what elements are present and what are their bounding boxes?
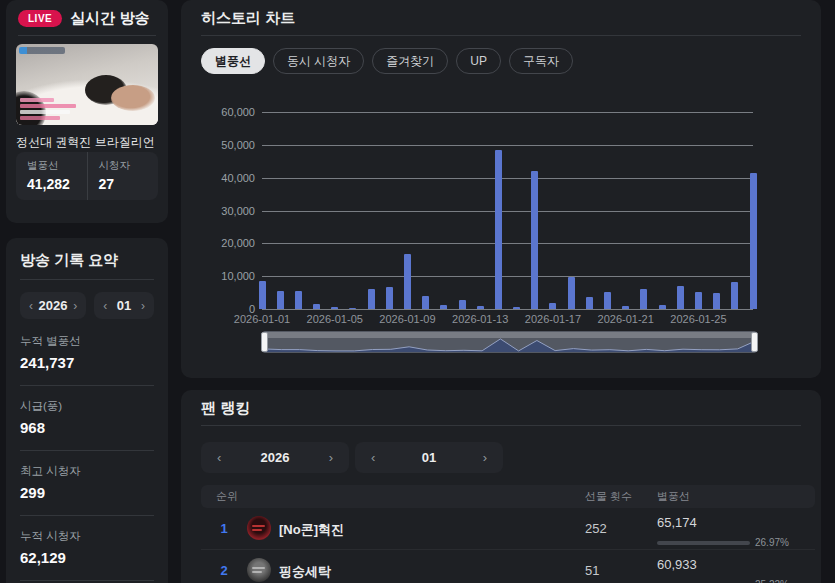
live-stat-viewers: 시청자 27 xyxy=(87,152,159,200)
fan-name: [No콘]혁진 xyxy=(279,521,344,539)
y-axis-label: 30,000 xyxy=(181,205,255,217)
gridline xyxy=(262,145,753,146)
gift-count: 252 xyxy=(585,521,607,536)
column-header-balloons: 별풍선 xyxy=(657,489,690,504)
year-value: 2026 xyxy=(261,450,290,465)
chart-bar[interactable] xyxy=(713,293,720,309)
gift-count: 51 xyxy=(585,563,599,578)
chart-bar[interactable] xyxy=(368,289,375,309)
chevron-right-icon[interactable]: › xyxy=(141,299,145,313)
chevron-left-icon[interactable]: ‹ xyxy=(371,450,375,465)
chart-bar[interactable] xyxy=(440,305,447,309)
ranking-year-selector: ‹ 2026 › xyxy=(201,442,349,473)
rank-number: 2 xyxy=(213,563,235,578)
chart-bar[interactable] xyxy=(568,277,575,309)
progress-track xyxy=(657,541,750,545)
y-axis-label: 60,000 xyxy=(181,106,255,118)
chart-bar[interactable] xyxy=(659,305,666,309)
chart-bar[interactable] xyxy=(295,291,302,309)
avatar xyxy=(247,516,271,540)
gridline xyxy=(262,112,753,113)
stat-value: 241,737 xyxy=(20,354,154,371)
summary-stat-peak-viewers: 최고 시청자 299 xyxy=(20,451,154,516)
chart-bar[interactable] xyxy=(349,308,356,309)
divider xyxy=(201,425,801,426)
summary-date-selectors: ‹ 2026 › ‹ 01 › xyxy=(20,292,154,319)
chart-bar[interactable] xyxy=(404,254,411,309)
chevron-right-icon[interactable]: › xyxy=(73,299,77,313)
broadcast-summary-card: 방송 기록 요약 ‹ 2026 › ‹ 01 › 누적 별풍선 241,737 … xyxy=(6,238,168,583)
live-card-title: 실시간 방송 xyxy=(70,9,149,28)
chart-bar[interactable] xyxy=(513,307,520,309)
chart-bar[interactable] xyxy=(477,306,484,309)
balloon-cell: 60,933 25.22% xyxy=(657,555,789,583)
chart-bar[interactable] xyxy=(531,171,538,309)
avatar xyxy=(247,558,271,582)
column-header-rank: 순위 xyxy=(216,489,238,504)
bar-chart: 010,00020,00030,00040,00050,00060,000202… xyxy=(181,0,821,378)
chart-bar[interactable] xyxy=(604,292,611,309)
balloon-cell: 65,174 26.97% xyxy=(657,513,789,548)
chart-bar[interactable] xyxy=(495,150,502,309)
ranking-month-selector: ‹ 01 › xyxy=(355,442,503,473)
summary-title: 방송 기록 요약 xyxy=(20,238,154,279)
datazoom-slider[interactable] xyxy=(262,331,757,353)
datazoom-handle-right[interactable] xyxy=(751,332,758,352)
thumbnail-top-overlay xyxy=(19,47,65,54)
live-broadcast-card: LIVE 실시간 방송 정선대 권혁진 브라질리언 왁싱 별풍선 41,282 … xyxy=(6,0,168,223)
stat-label: 시청자 xyxy=(99,159,148,173)
live-card-header: LIVE 실시간 방송 xyxy=(6,0,168,35)
table-row[interactable]: 2 핑숭세탁 51 60,933 25.22% xyxy=(201,550,815,583)
divider xyxy=(20,279,154,280)
datazoom-minimap xyxy=(263,332,756,352)
percent-label: 25.22% xyxy=(755,579,789,583)
chart-bar[interactable] xyxy=(750,173,757,309)
summary-stat-hourly: 시급(풍) 968 xyxy=(20,386,154,451)
gridline xyxy=(262,309,753,310)
stat-value: 41,282 xyxy=(27,176,76,192)
x-axis-label: 2026-01-25 xyxy=(656,313,740,325)
stat-value: 299 xyxy=(20,484,154,501)
chevron-left-icon[interactable]: ‹ xyxy=(217,450,221,465)
divider xyxy=(18,35,156,36)
chart-bar[interactable] xyxy=(677,286,684,309)
history-chart-panel: 히스토리 차트 별풍선동시 시청자즐겨찾기UP구독자 010,00020,000… xyxy=(181,0,821,378)
x-axis-label: 2026-01-05 xyxy=(293,313,377,325)
thumbnail-chat-overlay xyxy=(20,98,76,120)
chart-bar[interactable] xyxy=(386,287,393,309)
table-row[interactable]: 1 [No콘]혁진 252 65,174 26.97% xyxy=(201,508,815,550)
chart-bar[interactable] xyxy=(459,300,466,309)
chart-bar[interactable] xyxy=(422,296,429,309)
month-selector: ‹ 01 › xyxy=(94,292,154,319)
balloon-count: 60,933 xyxy=(657,557,697,572)
datazoom-handle-left[interactable] xyxy=(261,332,268,352)
fan-ranking-table: 순위 선물 횟수 별풍선 1 [No콘]혁진 252 65,174 26.97% xyxy=(201,485,815,583)
balloon-share: 26.97% xyxy=(657,537,789,548)
chevron-right-icon[interactable]: › xyxy=(329,450,333,465)
stat-value: 27 xyxy=(99,176,148,192)
dashboard: LIVE 실시간 방송 정선대 권혁진 브라질리언 왁싱 별풍선 41,282 … xyxy=(0,0,835,583)
percent-label: 26.97% xyxy=(755,537,789,548)
column-header-gifts: 선물 횟수 xyxy=(585,489,632,504)
live-stat-balloons: 별풍선 41,282 xyxy=(16,152,87,200)
year-selector: ‹ 2026 › xyxy=(20,292,86,319)
chart-bar[interactable] xyxy=(549,303,556,309)
chart-bar[interactable] xyxy=(313,304,320,309)
chevron-left-icon[interactable]: ‹ xyxy=(29,299,33,313)
chart-bar[interactable] xyxy=(259,281,266,309)
stat-value: 968 xyxy=(20,419,154,436)
broadcast-thumbnail[interactable] xyxy=(16,44,158,125)
table-header: 순위 선물 횟수 별풍선 xyxy=(201,485,815,508)
chart-bar[interactable] xyxy=(695,292,702,309)
gridline xyxy=(262,178,753,179)
chevron-left-icon[interactable]: ‹ xyxy=(103,299,107,313)
chart-bar[interactable] xyxy=(731,282,738,309)
chart-bar[interactable] xyxy=(277,291,284,309)
chevron-right-icon[interactable]: › xyxy=(483,450,487,465)
chart-bar[interactable] xyxy=(331,307,338,309)
chart-bar[interactable] xyxy=(586,297,593,309)
chart-bar[interactable] xyxy=(640,289,647,309)
stat-label: 최고 시청자 xyxy=(20,464,154,479)
chart-bar[interactable] xyxy=(622,306,629,309)
balloon-count: 65,174 xyxy=(657,515,697,530)
